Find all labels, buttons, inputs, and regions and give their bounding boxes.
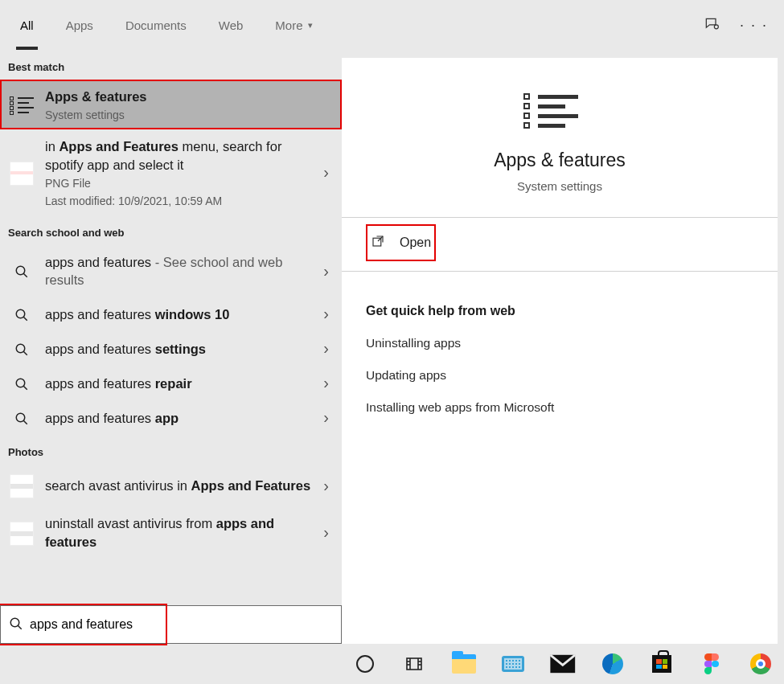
section-best-match: Best match: [0, 50, 342, 80]
result-modified: Last modified: 10/9/2021, 10:59 AM: [45, 195, 310, 207]
search-icon: [8, 375, 35, 391]
result-filetype: PNG File: [45, 177, 310, 190]
taskbar-edge-icon[interactable]: [599, 649, 626, 679]
tab-web[interactable]: Web: [215, 0, 248, 50]
svg-line-4: [23, 317, 27, 321]
feedback-icon[interactable]: [704, 16, 720, 35]
settings-list-icon: [8, 94, 35, 116]
open-external-icon: [371, 234, 385, 252]
chevron-right-icon[interactable]: ›: [320, 523, 332, 542]
chevron-right-icon[interactable]: ›: [320, 477, 332, 495]
svg-line-8: [23, 386, 27, 390]
help-link-uninstalling[interactable]: Uninstalling apps: [366, 336, 753, 350]
svg-point-3: [16, 309, 25, 318]
more-options-icon[interactable]: · · ·: [740, 17, 768, 34]
search-icon: [8, 341, 35, 357]
taskbar-mail-icon[interactable]: [549, 649, 577, 679]
svg-point-0: [714, 24, 718, 28]
preview-panel: Apps & features System settings Open Get…: [342, 58, 778, 644]
tab-all[interactable]: All: [16, 0, 38, 50]
suggestion-text: apps and features - See school and web r…: [45, 253, 310, 289]
search-icon: [9, 616, 23, 633]
open-label: Open: [400, 236, 431, 250]
section-photos: Photos: [0, 435, 342, 465]
chevron-right-icon[interactable]: ›: [320, 305, 332, 323]
divider: [342, 271, 778, 272]
help-header: Get quick help from web: [366, 304, 753, 318]
section-school-web: Search school and web: [0, 215, 342, 245]
svg-line-6: [23, 351, 27, 355]
svg-point-9: [16, 413, 25, 422]
suggestion-text: apps and features windows 10: [45, 305, 310, 323]
photo-result-2[interactable]: uninstall avast antivirus from apps and …: [0, 506, 342, 559]
chevron-right-icon[interactable]: ›: [320, 408, 332, 427]
web-suggestion-repair[interactable]: apps and features repair ›: [0, 366, 342, 400]
taskbar-file-explorer-icon[interactable]: [450, 649, 478, 679]
svg-point-11: [10, 618, 19, 627]
svg-line-10: [23, 420, 27, 424]
svg-line-14: [378, 236, 383, 241]
taskbar-task-view-icon[interactable]: [401, 649, 429, 679]
svg-point-7: [16, 379, 25, 387]
web-suggestion-base[interactable]: apps and features - See school and web r…: [0, 245, 342, 297]
result-title: uninstall avast antivirus from apps and …: [45, 514, 310, 551]
chevron-right-icon[interactable]: ›: [320, 163, 332, 182]
search-icon: [8, 263, 35, 279]
help-link-installing-web-apps[interactable]: Installing web apps from Microsoft: [366, 400, 753, 415]
taskbar-keyboard-app-icon[interactable]: [500, 649, 527, 679]
image-thumbnail-icon: [8, 473, 35, 498]
svg-line-2: [23, 273, 27, 277]
search-input[interactable]: [23, 617, 333, 632]
search-icon: [8, 410, 35, 426]
taskbar-figma-icon[interactable]: [698, 649, 725, 679]
tab-more[interactable]: More ▾: [271, 0, 316, 50]
taskbar-microsoft-store-icon[interactable]: [648, 649, 675, 679]
search-filter-tabs: All Apps Documents Web More ▾ · · ·: [0, 0, 784, 50]
preview-title: Apps & features: [366, 149, 753, 171]
divider: [342, 217, 778, 218]
result-title: Apps & features: [45, 88, 332, 105]
tab-documents[interactable]: Documents: [121, 0, 191, 50]
svg-line-12: [18, 625, 22, 629]
open-button[interactable]: Open: [366, 224, 436, 261]
search-icon: [8, 306, 35, 322]
tab-more-label: More: [275, 18, 302, 32]
suggestion-text: apps and features repair: [45, 375, 310, 392]
web-suggestion-windows10[interactable]: apps and features windows 10 ›: [0, 297, 342, 331]
result-title: in Apps and Features menu, search for sp…: [45, 137, 310, 174]
photo-result-1[interactable]: search avast antivirus in Apps and Featu…: [0, 465, 342, 506]
taskbar: [342, 644, 784, 684]
taskbar-chrome-icon[interactable]: [748, 649, 775, 679]
svg-rect-15: [407, 658, 421, 670]
chevron-right-icon[interactable]: ›: [320, 374, 332, 392]
result-apps-and-features[interactable]: Apps & features System settings: [0, 80, 342, 129]
image-thumbnail-icon: [8, 520, 35, 546]
svg-point-1: [16, 266, 25, 275]
chevron-right-icon[interactable]: ›: [320, 339, 332, 358]
chevron-down-icon: ▾: [308, 20, 313, 31]
taskbar-cortana-icon[interactable]: [351, 649, 379, 679]
web-suggestion-app[interactable]: apps and features app ›: [0, 400, 342, 435]
apps-features-glyph-icon: [523, 90, 596, 132]
suggestion-text: apps and features settings: [45, 340, 310, 358]
result-subtitle: System settings: [45, 109, 332, 121]
chevron-right-icon[interactable]: ›: [320, 262, 332, 281]
search-box[interactable]: [0, 605, 342, 644]
image-thumbnail-icon: [8, 160, 35, 186]
help-link-updating[interactable]: Updating apps: [366, 368, 753, 383]
preview-subtitle: System settings: [366, 179, 753, 193]
result-title: search avast antivirus in Apps and Featu…: [45, 477, 310, 494]
result-png-file[interactable]: in Apps and Features menu, search for sp…: [0, 129, 342, 215]
suggestion-text: apps and features app: [45, 409, 310, 427]
svg-point-5: [16, 344, 25, 353]
web-suggestion-settings[interactable]: apps and features settings ›: [0, 331, 342, 366]
tab-apps[interactable]: Apps: [62, 0, 97, 50]
